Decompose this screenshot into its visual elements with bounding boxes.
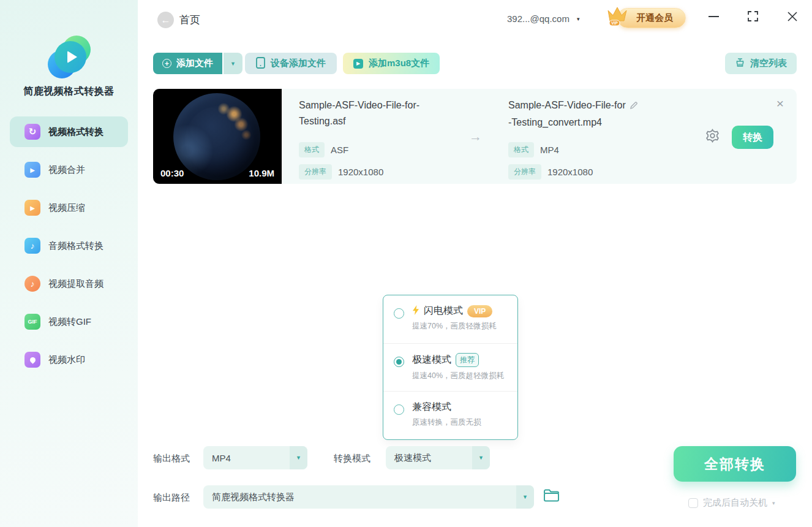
mode-description: 提速70%，画质轻微损耗 [412,321,517,332]
mode-title: 极速模式 [412,354,451,366]
target-filename: Sample-ASF-Video-File-for -Testing_conve… [508,97,680,131]
file-row: 00:30 10.9M Sample-ASF-Video-File-for- T… [153,89,797,184]
chevron-down-icon: ▼ [516,485,534,509]
account-email: 392...@qq.com [507,13,570,24]
sidebar-item-watermark[interactable]: 视频水印 [10,344,128,375]
add-m3u8-label: 添加m3u8文件 [369,58,429,69]
svg-text:VIP: VIP [611,21,618,25]
mode-option-flash[interactable]: 闪电模式 VIP 提速70%，画质轻微损耗 [383,295,517,343]
add-file-split-button: + 添加文件 ▼ [153,53,242,74]
mode-description: 提速40%，画质超轻微损耗 [412,371,517,381]
chevron-down-icon: ▾ [772,500,775,506]
convert-mode-label: 转换模式 [334,453,370,464]
sidebar-item-video-convert[interactable]: ↻ 视频格式转换 [10,116,128,147]
source-format-value: ASF [331,145,348,155]
device-add-file-label: 设备添加文件 [271,58,326,69]
audio-extract-icon: ♪ [24,276,40,292]
vip-crown-icon: VIP [604,4,629,30]
clear-list-button[interactable]: 清空列表 [725,53,797,74]
output-path-label: 输出路径 [153,492,190,504]
shutdown-label: 完成后自动关机 [703,497,767,509]
video-file-icon: ▶ [353,59,363,69]
radio-compatible-mode[interactable] [394,404,404,415]
add-file-button[interactable]: + 添加文件 [153,53,222,74]
source-file-info: Sample-ASF-Video-File-for- Testing.asf 格… [299,97,458,129]
sidebar-item-video-compress[interactable]: ▶ 视频压缩 [10,192,128,223]
mode-option-fast[interactable]: 极速模式 推荐 提速40%，画质超轻微损耗 [383,343,517,391]
convert-button[interactable]: 转换 [732,126,773,149]
output-path-value: 简鹿视频格式转换器 [203,491,516,503]
video-duration: 00:30 [160,168,184,178]
mode-option-compatible[interactable]: 兼容模式 原速转换，画质无损 [383,391,517,439]
clear-list-label: 清空列表 [750,58,787,69]
watermark-icon [24,352,40,368]
sidebar: 简鹿视频格式转换器 ↻ 视频格式转换 ▶ 视频合并 ▶ 视频压缩 ♪ 音频格式转… [0,0,138,527]
vip-upgrade-button[interactable]: VIP 开通会员 [617,8,686,28]
format-badge: 格式 [299,142,325,157]
minimize-button[interactable] [709,11,719,21]
video-thumbnail: 00:30 10.9M [153,89,282,184]
mode-title: 闪电模式 [424,305,463,317]
add-m3u8-button[interactable]: ▶ 添加m3u8文件 [343,53,440,74]
add-file-dropdown-button[interactable]: ▼ [224,53,242,74]
radio-fast-mode[interactable] [394,357,404,367]
sidebar-item-label: 视频转GIF [48,316,91,328]
sidebar-item-audio-convert[interactable]: ♪ 音频格式转换 [10,230,128,261]
video-to-gif-icon: GIF [24,314,40,330]
broom-icon [735,58,745,70]
resolution-badge: 分辨率 [508,164,541,180]
chevron-down-icon: ▼ [290,446,307,469]
file-settings-gear-icon[interactable] [705,128,720,146]
output-format-label: 输出格式 [153,453,190,464]
sidebar-item-audio-extract[interactable]: ♪ 视频提取音频 [10,268,128,299]
convert-mode-select[interactable]: 极速模式 ▼ [386,446,490,469]
output-format-select[interactable]: MP4 ▼ [203,446,307,469]
sidebar-item-video-to-gif[interactable]: GIF 视频转GIF [10,306,128,337]
output-format-value: MP4 [203,453,290,463]
vip-badge: VIP [467,305,492,317]
sidebar-item-video-merge[interactable]: ▶ 视频合并 [10,154,128,185]
source-resolution-value: 1920x1080 [338,167,383,177]
output-path-select[interactable]: 简鹿视频格式转换器 ▼ [203,485,534,509]
open-folder-icon[interactable] [543,488,560,505]
convert-all-button[interactable]: 全部转换 [674,446,796,482]
video-merge-icon: ▶ [24,162,40,178]
sidebar-item-label: 视频合并 [48,164,85,176]
add-file-label: 添加文件 [176,58,213,69]
radio-flash-mode[interactable] [394,308,404,319]
video-convert-icon: ↻ [24,124,40,140]
thumbnail-earth-image [173,93,260,180]
sidebar-item-label: 视频提取音频 [48,278,103,290]
back-button[interactable]: ← [157,12,174,28]
resolution-badge: 分辨率 [299,164,332,180]
close-button[interactable] [787,11,797,21]
shutdown-checkbox[interactable] [688,498,698,508]
arrow-right-icon: → [469,129,482,144]
vip-button-label: 开通会员 [636,12,673,24]
plus-icon: + [162,59,171,68]
recommended-badge: 推荐 [456,353,479,367]
sidebar-item-label: 视频格式转换 [48,126,103,138]
target-resolution-value: 1920x1080 [547,167,593,177]
audio-convert-icon: ♪ [24,238,40,254]
shutdown-after-finish-option[interactable]: 完成后自动关机 ▾ [688,497,775,509]
app-logo-icon [48,36,92,80]
chevron-down-icon: ▼ [230,61,236,67]
remove-file-icon[interactable]: × [776,96,784,111]
video-filesize: 10.9M [249,168,274,178]
phone-icon [256,57,265,70]
edit-filename-icon[interactable] [630,101,638,112]
lightning-bolt-icon [412,305,419,317]
device-add-file-button[interactable]: 设备添加文件 [245,53,337,74]
back-arrow-icon: ← [161,15,171,26]
app-window: 简鹿视频格式转换器 ↻ 视频格式转换 ▶ 视频合并 ▶ 视频压缩 ♪ 音频格式转… [0,0,812,527]
maximize-button[interactable] [748,11,758,21]
mode-description: 原速转换，画质无损 [412,417,517,428]
target-format-value: MP4 [540,145,559,155]
source-filename: Sample-ASF-Video-File-for- Testing.asf [299,97,458,129]
account-menu[interactable]: 392...@qq.com ▾ [507,13,579,24]
page-title: 首页 [179,13,200,27]
app-title: 简鹿视频格式转换器 [0,85,138,98]
sidebar-item-label: 视频水印 [48,354,85,366]
sidebar-item-label: 音频格式转换 [48,240,103,252]
